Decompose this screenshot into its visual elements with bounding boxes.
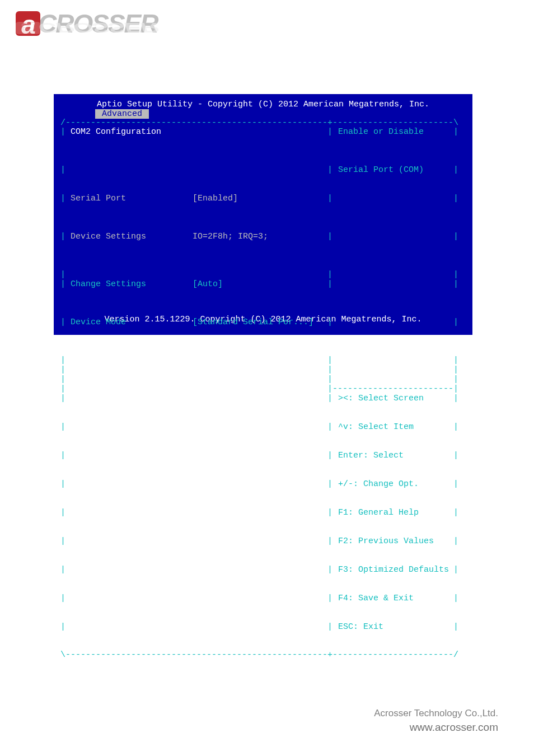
row-item-3[interactable]: | | | Change Settings [Auto] (58, 279, 468, 318)
footer-company: Acrosser Technology Co.,Ltd. (374, 708, 498, 719)
key-6: F3: Optimized Defaults (338, 565, 449, 575)
key-7: F4: Save & Exit (338, 594, 414, 603)
row-blank1: | | | Serial Port (COM) (58, 165, 468, 194)
row-key-7: | | | F4: Save & Exit (58, 594, 468, 622)
row-key-1: | | | ^v: Select Item (58, 422, 468, 451)
row-section-title: | | | COM2 Configuration Enable or Disab… (58, 127, 468, 165)
logo: aCROSSER aCROSSER (16, 10, 172, 59)
row-item-4[interactable]: | | | Device Mode [Standard Serial Por..… (58, 318, 468, 356)
frame-top: /---------------------------------------… (58, 119, 468, 127)
key-1: ^v: Select Item (338, 422, 414, 432)
row-item-1[interactable]: | | | Device Settings IO=2F8h; IRQ=3; (58, 232, 468, 270)
key-5: F2: Previous Values (338, 536, 434, 546)
row-key-2: | | | Enter: Select (58, 451, 468, 479)
row-item-0[interactable]: | | | Serial Port [Enabled] (58, 194, 468, 232)
item-4-label: Device Mode (71, 318, 126, 327)
row-item-2: | | | (58, 270, 468, 279)
row-key-5: | | | F2: Previous Values (58, 536, 468, 565)
row-key-8: | | | ESC: Exit (58, 622, 468, 651)
item-3-value: [Auto] (193, 279, 223, 289)
bios-body: /---------------------------------------… (58, 119, 468, 312)
row-blank4: | | | (58, 375, 468, 384)
row-key-0: | | | ><: Select Screen (58, 394, 468, 422)
key-4: F1: General Help (338, 508, 419, 517)
key-8: ESC: Exit (338, 622, 383, 632)
logo-reflection: aCROSSER (16, 22, 172, 34)
row-key-3: | | | +/-: Change Opt. (58, 479, 468, 508)
item-3-label: Change Settings (71, 279, 146, 289)
item-0-value: [Enabled] (193, 194, 238, 203)
bios-tab-row: Advanced (55, 109, 471, 119)
key-0: ><: Select Screen (338, 394, 424, 403)
bios-tab-advanced[interactable]: Advanced (95, 109, 149, 119)
help-line1: Enable or Disable (338, 127, 424, 137)
row-blank3: | | | (58, 365, 468, 375)
page-footer: Acrosser Technology Co.,Ltd. www.acrosse… (374, 708, 498, 734)
item-0-label: Serial Port (71, 194, 126, 203)
row-key-4: | | | F1: General Help (58, 508, 468, 536)
item-4-value: [Standard Serial Por...] (193, 318, 313, 327)
row-key-6: | | | F3: Optimized Defaults (58, 565, 468, 594)
section-title: COM2 Configuration (71, 127, 161, 137)
key-3: +/-: Change Opt. (338, 479, 419, 489)
bios-screenshot: Aptio Setup Utility - Copyright (C) 2012… (54, 94, 472, 335)
row-sep: | |------------------------| (58, 384, 468, 394)
row-blank2: | | | (58, 356, 468, 365)
bios-title: Aptio Setup Utility - Copyright (C) 2012… (55, 95, 471, 109)
footer-url: www.acrosser.com (374, 721, 498, 734)
item-1-label: Device Settings (71, 232, 146, 241)
help-line2: Serial Port (COM) (338, 165, 424, 175)
frame-bottom: \---------------------------------------… (58, 651, 468, 659)
item-1-value: IO=2F8h; IRQ=3; (193, 232, 268, 241)
key-2: Enter: Select (338, 451, 404, 460)
